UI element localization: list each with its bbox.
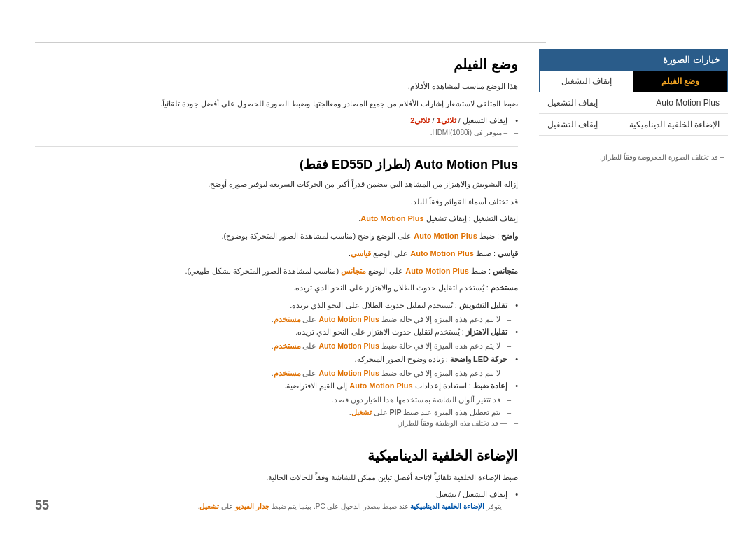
film-mode-body2: ضبط المتلقي لاستشعار إشارات الأفلام من ج… — [35, 97, 518, 111]
divider-1 — [35, 146, 518, 147]
auto-motion-line5: مستخدم : يُستخدم لتقليل حدوث الظلال والا… — [35, 281, 518, 295]
film-mode-title: وضع الفيلم — [35, 56, 518, 73]
backlight-title: الإضاءة الخلفية الديناميكية — [35, 447, 518, 464]
sidebar: خيارات الصورة وضع الفيلم إيقاف التشغيل إ… — [539, 49, 728, 164]
film-mode-note1: – متوفر في HDMI(1080i). — [35, 129, 518, 136]
sidebar-item-1-value: Auto Motion Plus — [656, 98, 720, 108]
sub-bullet-2: تقليل الاهتزاز : يُستخدم لتقليل حدوث الا… — [35, 325, 518, 339]
divider-2 — [35, 437, 518, 437]
auto-motion-line3: قياسي : ضبط Auto Motion Plus على الوضع ق… — [35, 247, 518, 260]
backlight-bullet1: إيقاف التشغيل / تشغيل — [35, 488, 518, 501]
auto-motion-line1: إيقاف التشغيل : إيقاف تشغيل Auto Motion … — [35, 212, 518, 225]
line4-prefix: متجانس — [493, 267, 518, 275]
line2-highlight: Auto Motion Plus — [414, 232, 477, 240]
sidebar-divider — [539, 143, 728, 143]
auto-motion-line4: متجانس : ضبط Auto Motion Plus على الوضع … — [35, 265, 518, 278]
auto-motion-bottom-note: — قد تختلف هذه الوظيفة وفقاً للطراز. — [35, 419, 518, 427]
line1-prefix: إيقاف التشغيل — [473, 214, 518, 223]
main-content: وضع الفيلم هذا الوضع مناسب لمشاهدة الأفل… — [35, 56, 518, 492]
line3-highlight: Auto Motion Plus — [410, 249, 473, 258]
auto-motion-line2: واضح : ضبط Auto Motion Plus على الوضع وا… — [35, 230, 518, 243]
sidebar-item-2: إيقاف التشغيل الإضاءة الخلفية الديناميكي… — [539, 114, 728, 136]
sidebar-tab-film[interactable]: وضع الفيلم — [634, 71, 727, 92]
sidebar-tabs: وضع الفيلم إيقاف التشغيل — [539, 71, 728, 92]
sidebar-item-1: إيقاف التشغيل Auto Motion Plus — [539, 92, 728, 114]
sidebar-tab-off[interactable]: إيقاف التشغيل — [540, 71, 634, 92]
film-mode-bullet-text: إيقاف التشغيل — [463, 116, 507, 125]
section-backlight: الإضاءة الخلفية الديناميكية ضبط الإضاءة … — [35, 447, 518, 510]
section-film-mode: وضع الفيلم هذا الوضع مناسب لمشاهدة الأفل… — [35, 56, 518, 136]
auto-motion-title: Auto Motion Plus (لطراز ED55D فقط) — [35, 157, 518, 172]
line2-prefix: واضح — [501, 232, 518, 240]
top-border — [35, 42, 546, 43]
sub-bullet-3: حركة LED واضحة : زيادة وضوح الصور المتحر… — [35, 353, 518, 366]
sub-note-4a: قد تتغير ألوان الشاشة بمستخدمها هذا الخي… — [35, 394, 518, 406]
sidebar-item-2-label: إيقاف التشغيل — [547, 120, 598, 129]
sub-note-2: لا يتم دعم هذه الميزة إلا في حالة ضبط Au… — [35, 340, 518, 352]
sidebar-item-1-label: إيقاف التشغيل — [547, 98, 598, 108]
film-mode-option2: ثلاثي2 — [410, 116, 430, 125]
film-mode-body1: هذا الوضع مناسب لمشاهدة الأفلام. — [35, 80, 518, 93]
sidebar-note: – قد تختلف الصورة المعروضة وفقاً للطراز. — [539, 150, 728, 164]
line4-highlight: Auto Motion Plus — [405, 267, 468, 275]
film-mode-bullet1: إيقاف التشغيل / ثلاثي1 / ثلاثي2 — [35, 114, 518, 127]
auto-motion-body1: إزالة التشويش والاهتزاز من المشاهد التي … — [35, 178, 518, 191]
sub-bullet-4: إعادة ضبط : استعادة إعدادات Auto Motion … — [35, 379, 518, 393]
sub-bullet-1: تقليل التشويش : يُستخدم لتقليل حدوث الظل… — [35, 299, 518, 312]
auto-motion-title-text: Auto Motion Plus (لطراز ED55D فقط) — [300, 157, 518, 171]
sub-note-4b: يتم تعطيل هذه الميزة عند ضبط PIP على تشغ… — [35, 407, 518, 419]
sub-note-1: لا يتم دعم هذه الميزة إلا في حالة ضبط Au… — [35, 314, 518, 325]
backlight-note1: – يتوفر الإضاءة الخلفية الديناميكية عند … — [35, 503, 518, 510]
sidebar-item-2-value: الإضاءة الخلفية الديناميكية — [629, 120, 720, 129]
sidebar-header: خيارات الصورة — [539, 49, 728, 71]
sub-note-3: لا يتم دعم هذه الميزة إلا في حالة ضبط Au… — [35, 367, 518, 379]
auto-motion-body2: قد تختلف أسماء القوائم وفقاً للبلد. — [35, 195, 518, 209]
line3-prefix: قياسي — [498, 249, 518, 258]
section-auto-motion: Auto Motion Plus (لطراز ED55D فقط) إزالة… — [35, 157, 518, 427]
backlight-body1: ضبط الإضاءة الخلفية تلقائياً لإتاحة أفضل… — [35, 471, 518, 484]
line1-highlight: Auto Motion Plus — [360, 214, 424, 223]
film-mode-option1: ثلاثي1 — [437, 116, 456, 125]
